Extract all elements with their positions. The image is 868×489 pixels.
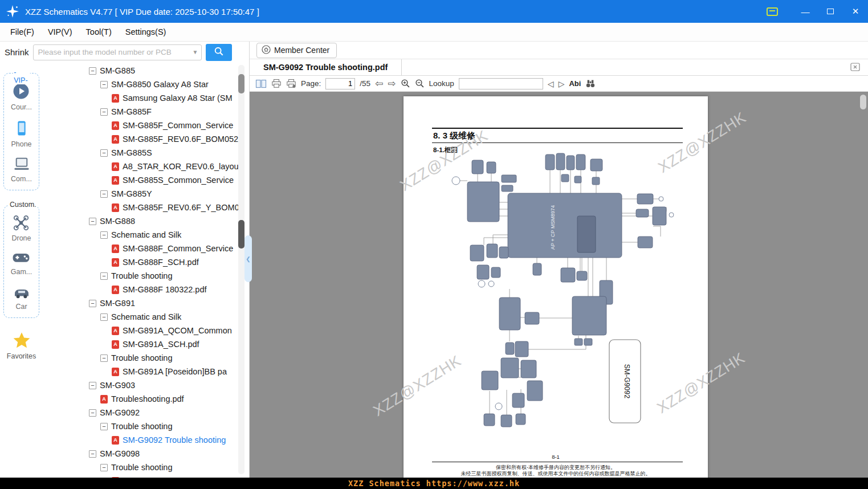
- collapse-icon[interactable]: −: [100, 149, 108, 157]
- tree-item-pdf[interactable]: ASM-G9098 Trouble shooting: [43, 474, 249, 478]
- prev-match-icon[interactable]: ◁: [548, 80, 554, 88]
- next-page-icon[interactable]: ⇨: [388, 79, 396, 88]
- tree-item-pdf[interactable]: ASM-G888F_Common_Service: [43, 242, 249, 255]
- search-button[interactable]: [206, 44, 232, 61]
- model-search-input[interactable]: [34, 48, 190, 56]
- tree-item-pdf[interactable]: ASM-G885F_REV0.6F_BOM052: [43, 132, 249, 146]
- tree-scrollbar-thumb[interactable]: [238, 74, 244, 93]
- collapse-icon[interactable]: −: [100, 423, 108, 430]
- menu-item[interactable]: Settings(S): [125, 27, 166, 36]
- tree-item-pdf[interactable]: ASM-G9092 Trouble shooting: [43, 433, 249, 447]
- two-page-view-icon[interactable]: [255, 79, 267, 88]
- tree-item-label: Troubleshooting.pdf: [111, 394, 184, 404]
- tree-item-pdf[interactable]: ATroubleshooting.pdf: [43, 392, 249, 406]
- tree-item-node[interactable]: −SM-G9098: [43, 447, 249, 461]
- collapse-icon[interactable]: −: [100, 354, 108, 362]
- tree-item-node[interactable]: −SM-G891: [43, 296, 249, 310]
- tree-item-node[interactable]: −SM-G9092: [43, 406, 249, 419]
- sidebar-item-course[interactable]: Cour...: [11, 83, 32, 111]
- tree-item-label: SM-G885F: [111, 107, 152, 116]
- collapse-icon[interactable]: −: [89, 450, 96, 458]
- print-icon[interactable]: [271, 79, 282, 88]
- tree-item-pdf[interactable]: ASM-G885F_Common_Service: [43, 119, 249, 132]
- tree-item-node[interactable]: −SM-G888: [43, 214, 249, 228]
- document-panel: Member Center SM-G9092 Trouble shooting.…: [249, 42, 868, 478]
- tree-item-node[interactable]: −Trouble shooting: [43, 461, 249, 474]
- collapse-icon[interactable]: −: [89, 218, 96, 225]
- collapse-icon[interactable]: −: [100, 231, 108, 239]
- app-window: XZZ Schematics V4.77 [ VIP Due date: 202…: [0, 0, 868, 489]
- binoculars-icon[interactable]: [585, 79, 596, 88]
- tree-item-node[interactable]: −SM-G885Y: [43, 187, 249, 201]
- sidebar-item-computer[interactable]: Com...: [11, 157, 32, 183]
- tree-item-node[interactable]: −Trouble shooting: [43, 351, 249, 365]
- collapse-icon[interactable]: −: [100, 190, 108, 198]
- sidebar: -VIP- Cour... Phone Com...: [0, 63, 43, 478]
- sidebar-item-game[interactable]: Gam...: [11, 251, 32, 276]
- tree-item-node[interactable]: −Schematic and Silk: [43, 228, 249, 242]
- tree-item-node[interactable]: −Schematic and Silk: [43, 310, 249, 324]
- maximize-button[interactable]: [818, 0, 843, 23]
- tree-item-pdf[interactable]: ASM-G891A_SCH.pdf: [43, 337, 249, 351]
- prev-page-icon[interactable]: ⇦: [375, 79, 383, 88]
- collapse-icon[interactable]: −: [89, 67, 96, 75]
- minimize-button[interactable]: —: [793, 0, 818, 23]
- collapse-icon[interactable]: −: [100, 108, 108, 116]
- document-tab[interactable]: SM-G9092 Trouble shooting.pdf: [250, 59, 402, 75]
- match-case-icon[interactable]: Abi: [569, 79, 581, 88]
- tree-item-node[interactable]: −Trouble shooting: [43, 269, 249, 283]
- tree-item-pdf[interactable]: ASM-G891A_QCOM_Common: [43, 324, 249, 337]
- tree-item-label: SM-G888F 180322.pdf: [123, 285, 207, 294]
- collapse-icon[interactable]: −: [89, 409, 96, 417]
- tree-scrollbar[interactable]: [238, 65, 244, 474]
- pdf-viewer[interactable]: 8. 3 级维修 8-1.框图: [250, 92, 868, 478]
- collapse-icon[interactable]: −: [100, 272, 108, 280]
- sidebar-item-drone[interactable]: Drone: [11, 215, 31, 242]
- tree-item-pdf[interactable]: ASM-G891A [Poseidon]BB pa: [43, 365, 249, 378]
- tree-item-pdf[interactable]: AA8_STAR_KOR_REV0.6_layout: [43, 160, 249, 173]
- sidebar-item-label: Car: [15, 303, 27, 311]
- sidebar-item-phone[interactable]: Phone: [11, 120, 31, 148]
- print-setup-icon[interactable]: [286, 79, 296, 88]
- tree-item-pdf[interactable]: ASamsung Galaxy A8 Star (SM: [43, 91, 249, 105]
- collapse-icon[interactable]: −: [100, 464, 108, 471]
- panel-collapse-handle[interactable]: ❮: [244, 235, 252, 282]
- zoom-in-icon[interactable]: [401, 79, 410, 88]
- page-number-input[interactable]: [325, 78, 355, 89]
- next-match-icon[interactable]: ▷: [559, 80, 565, 88]
- zoom-out-icon[interactable]: [415, 79, 425, 88]
- tree-item-node[interactable]: −Trouble shooting: [43, 419, 249, 433]
- menu-item[interactable]: File(F): [10, 27, 34, 36]
- home-icon: [262, 45, 271, 56]
- tree-item-pdf[interactable]: ASM-G888F_SCH.pdf: [43, 255, 249, 269]
- tree-item-node[interactable]: −SM-G885S: [43, 146, 249, 160]
- pdf-toolbar: Page: /55 ⇦ ⇨ Lookup ◁ ▷ Abi: [250, 76, 868, 92]
- confidential-note-line2: 未经三星书面授权而复制、传送、或使用本文件中的任何内容或数据是严格禁止的。: [404, 470, 708, 478]
- menu-item[interactable]: VIP(V): [48, 27, 72, 36]
- close-button[interactable]: ✕: [843, 0, 868, 23]
- chevron-down-icon[interactable]: ▼: [190, 49, 201, 55]
- member-center-button[interactable]: Member Center: [256, 43, 337, 58]
- menu-item[interactable]: Tool(T): [86, 27, 112, 36]
- tree-item-pdf[interactable]: ASM-G885F_REV0.6F_Y_BOM0: [43, 201, 249, 214]
- tree-scrollbar-thumb[interactable]: [238, 220, 244, 248]
- close-document-icon[interactable]: [850, 63, 860, 74]
- sidebar-item-favorites[interactable]: Favorites: [0, 332, 43, 360]
- tree-item-label: SM-G9092: [100, 408, 140, 417]
- shrink-button[interactable]: Shrink: [5, 47, 29, 57]
- tree-item-node[interactable]: −SM-G903: [43, 378, 249, 392]
- tree-item-node[interactable]: −SM-G885: [43, 64, 249, 78]
- tree-item-pdf[interactable]: ASM-G885S_Common_Service: [43, 173, 249, 187]
- collapse-icon[interactable]: −: [89, 382, 96, 389]
- collapse-icon[interactable]: −: [100, 313, 108, 321]
- viewer-scrollbar-thumb[interactable]: [860, 95, 866, 109]
- collapse-icon[interactable]: −: [89, 300, 96, 307]
- lookup-input[interactable]: [459, 78, 543, 89]
- vip-card-icon[interactable]: [767, 7, 778, 16]
- file-tree[interactable]: −SM-G885−SM-G8850 Galaxy A8 StarASamsung…: [43, 63, 249, 478]
- tree-item-node[interactable]: −SM-G885F: [43, 105, 249, 119]
- collapse-icon[interactable]: −: [100, 81, 108, 88]
- sidebar-item-car[interactable]: Car: [13, 284, 31, 311]
- tree-item-node[interactable]: −SM-G8850 Galaxy A8 Star: [43, 78, 249, 91]
- tree-item-pdf[interactable]: ASM-G888F 180322.pdf: [43, 283, 249, 296]
